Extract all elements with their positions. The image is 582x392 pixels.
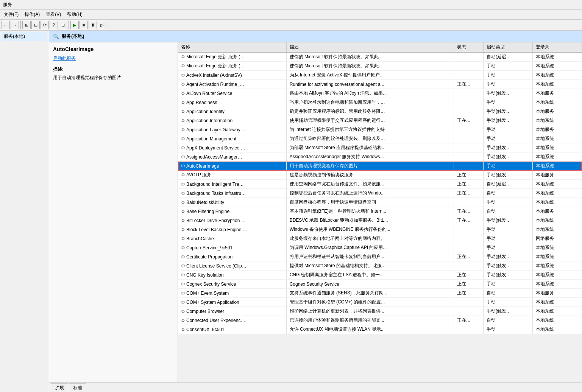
tab-standard[interactable]: 标准: [69, 383, 86, 392]
service-login: 本地系统: [532, 80, 582, 89]
table-row[interactable]: ⚙App Readiness当用户初次登录到这台电脑和添加新应用时，…手动本地系…: [178, 98, 582, 107]
service-startup: 自动: [483, 316, 532, 325]
table-row[interactable]: ⚙Certificate Propagation将用户证书和根证书从智能卡复制到…: [178, 252, 582, 261]
service-name: ⚙App Readiness: [178, 98, 286, 107]
service-startup: 手动: [483, 62, 532, 71]
service-startup: 手动: [483, 243, 532, 252]
table-row[interactable]: ⚙Computer Browser维护网络上计算机的更新列表，并将列表提供...…: [178, 307, 582, 316]
toolbar-refresh[interactable]: ⟳: [41, 21, 49, 29]
toolbar-stop[interactable]: ■: [80, 21, 88, 29]
sidebar-item-local[interactable]: 服务(本地): [2, 32, 47, 41]
table-row[interactable]: ⚙Connected User Experienc…已连接的用户体验和遥测服务所…: [178, 316, 582, 325]
service-status: [454, 162, 483, 171]
service-name: ⚙Certificate Propagation: [178, 252, 286, 261]
table-row[interactable]: ⚙Application Identity确定并验证应用程序的标识。禁用此服务将…: [178, 107, 582, 116]
service-name: ⚙AVCTP 服务: [178, 171, 286, 180]
service-status: [454, 198, 483, 207]
menu-action[interactable]: 操作(A): [22, 11, 42, 19]
table-row[interactable]: ⚙AssignedAccessManager…AssignedAccessMan…: [178, 152, 582, 162]
table-row[interactable]: ⚙AVCTP 服务这是音频视频控制传输协议服务正在…手动(触发…本地服务: [178, 171, 582, 180]
service-status: 正在…: [454, 171, 483, 180]
service-login: 本地系统: [532, 62, 582, 71]
service-login: 本地系统: [532, 116, 582, 125]
toolbar-back[interactable]: ←: [2, 21, 10, 29]
table-row[interactable]: ⚙Microsoft Edge 更新 服务 (…使你的 Microsoft 软件…: [178, 52, 582, 62]
table-row[interactable]: ⚙BranchCache此服务缓存来自本地子网上对等方的网络内容。手动网络服务: [178, 234, 582, 243]
table-row[interactable]: ⚙Block Level Backup Engine …Windows 备份使用…: [178, 225, 582, 234]
table-row[interactable]: ⚙COM+ System Application管理基于组件对象模型 (COM+…: [178, 298, 582, 307]
content-area: 🔍 服务(本地) AutoClearImage 启动此服务 描述: 用于自动清理…: [49, 31, 582, 392]
toolbar-btn2[interactable]: ⊟: [31, 21, 40, 29]
action-link[interactable]: 启动此服务: [53, 56, 76, 61]
service-status: [454, 134, 483, 143]
service-status: 正在…: [454, 316, 483, 325]
toolbar-play[interactable]: ▶: [70, 21, 79, 29]
col-startup[interactable]: 启动类型: [483, 42, 532, 52]
tab-expand[interactable]: 扩展: [51, 383, 68, 392]
content-header-icon: 🔍: [53, 34, 59, 39]
toolbar-btn1[interactable]: ⊞: [22, 21, 31, 29]
service-desc: 为 Internet 连接共享提供第三方协议插件的支持: [286, 125, 454, 134]
service-status: 正在…: [454, 116, 483, 125]
col-name[interactable]: 名称: [178, 42, 286, 52]
service-login: 本地服务: [532, 125, 582, 134]
service-startup: 手动(触发…: [483, 171, 532, 180]
table-row[interactable]: ⚙Background Tasks Infrastru…控制哪些后台任务可以在系…: [178, 189, 582, 198]
toolbar-restart[interactable]: ▷: [98, 21, 106, 29]
table-row[interactable]: ⚙Application Layer Gateway …为 Internet 连…: [178, 125, 582, 134]
table-row[interactable]: ⚙Cognex Security ServiceCognex Security …: [178, 280, 582, 289]
table-row[interactable]: ⚙CaptureService_9c501为调用 Windows.Graphic…: [178, 243, 582, 252]
service-desc: 为调用 Windows.Graphics.Capture API 的应用...: [286, 243, 454, 252]
table-row[interactable]: ⚙Background Intelligent Tra…使用空闲网络带宽在后台传…: [178, 180, 582, 189]
table-row[interactable]: ⚙Microsoft Edge 更新 服务 (…使你的 Microsoft 软件…: [178, 62, 582, 71]
service-startup: 手动(触发…: [483, 89, 532, 98]
service-name: ⚙Application Management: [178, 134, 286, 143]
menu-file[interactable]: 文件(F): [2, 11, 21, 19]
table-row[interactable]: ⚙Application Management为通过组策略部署的软件处理安装、删…: [178, 134, 582, 143]
description-label: 描述:: [53, 66, 174, 73]
right-panel[interactable]: 名称 描述 状态 启动类型 登录为 ⚙Microsoft Edge 更新 服务 …: [178, 42, 582, 382]
menu-view[interactable]: 查看(V): [44, 11, 63, 19]
service-login: 本地系统: [532, 198, 582, 207]
service-startup: 手动: [483, 125, 532, 134]
table-row[interactable]: ⚙Client License Service (Clip…提供对 Micros…: [178, 261, 582, 271]
table-row[interactable]: ⚙BitLocker Drive Encryption …BDESVC 承载 B…: [178, 216, 582, 225]
service-status: [454, 261, 483, 271]
toolbar-forward[interactable]: →: [11, 21, 19, 29]
table-row[interactable]: ⚙CNG Key IsolationCNG 密钥隔离服务宿主在 LSA 进程中。…: [178, 271, 582, 280]
service-status: [454, 298, 483, 307]
service-name: ⚙Block Level Backup Engine …: [178, 225, 286, 234]
service-login: 本地系统: [532, 316, 582, 325]
service-status: [454, 143, 483, 152]
table-row[interactable]: ⚙BaiduNetdiskUtility百度网盘核心程序，用于快速申请磁盘空间手…: [178, 198, 582, 207]
service-startup: 手动(触发…: [483, 252, 532, 261]
service-status: 正在…: [454, 180, 483, 189]
col-login[interactable]: 登录为: [532, 42, 582, 52]
service-desc: 为部署 Microsoft Store 应用程序提供基础结构...: [286, 143, 454, 152]
toolbar-help[interactable]: ?: [50, 21, 58, 29]
table-row[interactable]: ⚙Base Filtering Engine基本筛选引擎(BFE)是一种管理防火…: [178, 207, 582, 216]
toolbar-btn3[interactable]: ⊡: [59, 21, 67, 29]
table-row[interactable]: ⚙AllJoyn Router Service路由本地 AllJoyn 客户端的…: [178, 89, 582, 98]
col-desc[interactable]: 描述: [286, 42, 454, 52]
col-status[interactable]: 状态: [454, 42, 483, 52]
table-row[interactable]: ⚙Application Information使用辅助管理权限便于交互式应用程…: [178, 116, 582, 125]
toolbar-pause[interactable]: ⏸: [89, 21, 97, 29]
service-desc: 使你的 Microsoft 软件保持最新状态。如果此...: [286, 62, 454, 71]
menu-help[interactable]: 帮助(H): [65, 11, 85, 19]
table-row[interactable]: ⚙ActiveX Installer (AxInstSV)为从 Internet…: [178, 71, 582, 80]
service-startup: 手动: [483, 162, 532, 171]
table-row[interactable]: ⚙AppX Deployment Service …为部署 Microsoft …: [178, 143, 582, 152]
table-row[interactable]: ⚙Agent Activation Runtime_…Runtime for a…: [178, 80, 582, 89]
toolbar-sep1: [20, 21, 21, 29]
service-name: ⚙COM+ System Application: [178, 298, 286, 307]
service-startup: 手动: [483, 280, 532, 289]
service-desc: 当用户初次登录到这台电脑和添加新应用时，…: [286, 98, 454, 107]
service-status: 正在…: [454, 252, 483, 261]
service-login: 本地系统: [532, 271, 582, 280]
service-login: 本地系统: [532, 71, 582, 80]
table-row[interactable]: ⚙ConsentUX_9c501允许 ConnectUX 和电脑设置连接 WLA…: [178, 325, 582, 334]
table-row[interactable]: ⚙AutoClearImage用于自动清理视觉程序保存的图片手动本地系统: [178, 162, 582, 171]
table-row[interactable]: ⚙COM+ Event System支持系统事件通知服务 (SENS)，此服务为…: [178, 289, 582, 298]
main-container: 服务(本地) 🔍 服务(本地) AutoClearImage 启动此服务 描述:…: [0, 31, 582, 392]
